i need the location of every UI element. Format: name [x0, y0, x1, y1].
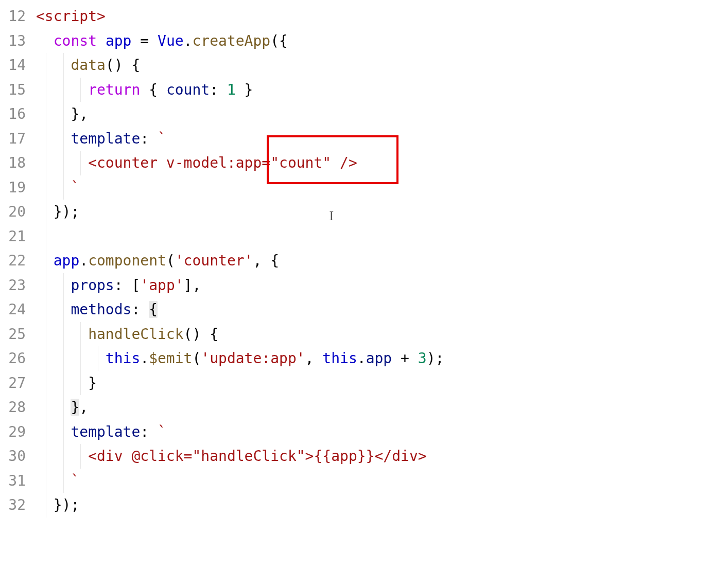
- code-text: <div @click="handleClick">{{app}}</div>: [36, 448, 427, 465]
- line-number: 22: [5, 248, 26, 273]
- code-area[interactable]: <script> const app = Vue.createApp({ dat…: [36, 4, 728, 518]
- code-text: props: ['app'],: [36, 277, 201, 294]
- code-line[interactable]: this.$emit('update:app', this.app + 3);: [36, 346, 728, 371]
- code-line[interactable]: `: [36, 469, 728, 493]
- code-line[interactable]: <counter v-model:app="count" />: [36, 151, 728, 175]
- line-number: 28: [5, 395, 26, 420]
- line-number: 32: [5, 493, 26, 518]
- line-number: 12: [5, 4, 26, 29]
- indent-guide: [46, 224, 46, 249]
- line-number: 31: [5, 469, 26, 493]
- code-text: <script>: [36, 8, 106, 25]
- code-text: app.component('counter', {: [36, 252, 279, 269]
- code-line[interactable]: props: ['app'],: [36, 273, 728, 298]
- code-text: const app = Vue.createApp({: [36, 32, 288, 49]
- code-line[interactable]: });: [36, 493, 728, 518]
- line-number: 26: [5, 346, 26, 371]
- code-text: this.$emit('update:app', this.app + 3);: [36, 350, 444, 367]
- code-text: `: [36, 179, 79, 196]
- line-number: 23: [5, 273, 26, 298]
- code-line[interactable]: app.component('counter', {: [36, 248, 728, 273]
- code-text: data() {: [36, 57, 140, 74]
- line-number: 25: [5, 322, 26, 347]
- line-number: 27: [5, 371, 26, 396]
- line-number: 17: [5, 127, 26, 151]
- code-text: handleClick() {: [36, 326, 218, 343]
- code-text: template: `: [36, 423, 166, 440]
- code-line[interactable]: },: [36, 102, 728, 127]
- line-number: 29: [5, 420, 26, 444]
- line-number: 30: [5, 444, 26, 469]
- code-line[interactable]: template: `: [36, 127, 728, 151]
- code-text: });: [36, 203, 79, 220]
- line-number: 18: [5, 151, 26, 175]
- code-line[interactable]: template: `: [36, 420, 728, 444]
- code-editor[interactable]: 1213141516171819202122232425262728293031…: [0, 0, 728, 518]
- code-line[interactable]: handleClick() {: [36, 322, 728, 347]
- line-number: 24: [5, 297, 26, 322]
- code-line[interactable]: return { count: 1 }: [36, 78, 728, 102]
- code-line[interactable]: <div @click="handleClick">{{app}}</div>: [36, 444, 728, 469]
- line-number: 13: [5, 29, 26, 54]
- code-text: },: [36, 105, 88, 122]
- code-line[interactable]: },: [36, 395, 728, 420]
- code-line[interactable]: [36, 224, 728, 249]
- code-line[interactable]: `: [36, 175, 728, 200]
- line-number: 21: [5, 224, 26, 249]
- code-text: `: [36, 472, 79, 489]
- code-line[interactable]: data() {: [36, 53, 728, 78]
- line-number: 20: [5, 200, 26, 224]
- code-line[interactable]: methods: {: [36, 297, 728, 322]
- line-number: 15: [5, 78, 26, 102]
- code-line[interactable]: });: [36, 200, 728, 224]
- code-line[interactable]: <script>: [36, 4, 728, 29]
- code-text: });: [36, 496, 79, 513]
- line-number: 19: [5, 175, 26, 200]
- code-text: methods: {: [36, 301, 158, 318]
- code-line[interactable]: }: [36, 371, 728, 396]
- line-number: 16: [5, 102, 26, 127]
- code-line[interactable]: const app = Vue.createApp({: [36, 29, 728, 54]
- code-text: return { count: 1 }: [36, 81, 253, 98]
- code-text: <counter v-model:app="count" />: [36, 154, 357, 171]
- line-number: 14: [5, 53, 26, 78]
- line-number-gutter: 1213141516171819202122232425262728293031…: [0, 4, 36, 518]
- code-text: template: `: [36, 130, 166, 147]
- code-text: },: [36, 399, 88, 416]
- code-text: }: [36, 375, 97, 392]
